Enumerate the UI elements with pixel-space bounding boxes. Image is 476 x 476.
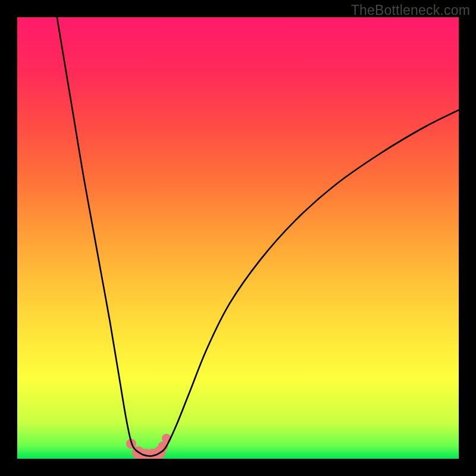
left-branch-curve [57,17,137,451]
plot-area [17,17,459,459]
right-branch-curve [163,110,459,451]
chart-frame: TheBottleneck.com [0,0,476,476]
chart-svg [17,17,459,459]
watermark-text: TheBottleneck.com [351,2,470,18]
